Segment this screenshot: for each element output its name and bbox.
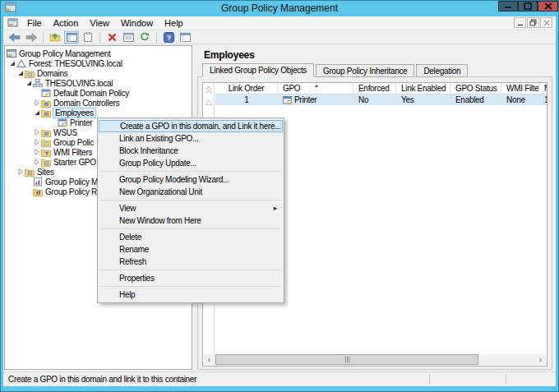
mdi-restore-button[interactable] <box>527 17 539 28</box>
submenu-arrow-icon: ▸ <box>274 202 277 214</box>
delete-x-icon[interactable] <box>104 31 119 44</box>
expander-collapsed-icon[interactable] <box>33 99 41 106</box>
menu-view[interactable]: View <box>84 16 115 30</box>
tree-item-default-domain-policy[interactable]: Default Domain Policy <box>5 88 192 98</box>
tab-linked-group-policy-objects[interactable]: Linked Group Policy Objects <box>202 63 314 77</box>
column-gpo-status[interactable]: GPO Status <box>450 83 501 94</box>
tree-item-label: THESOLVING.local <box>45 79 113 88</box>
tree-item-thesolving-domain[interactable]: THESOLVING.local <box>5 78 192 88</box>
tree-item-label: Domains <box>37 69 67 78</box>
cell-modified: 17. <box>539 95 547 105</box>
status-text: Create a GPO in this domain and link it … <box>8 372 196 386</box>
menu-delete[interactable]: Delete <box>99 231 283 243</box>
expander-expanded-icon[interactable] <box>8 60 16 67</box>
properties-window-icon[interactable] <box>121 31 136 44</box>
cell-link-order: 1 <box>215 95 278 105</box>
menu-new-window-from-here[interactable]: New Window from Here <box>99 214 283 227</box>
back-arrow-icon[interactable] <box>7 31 22 44</box>
menu-group-policy-update[interactable]: Group Policy Update... <box>99 157 283 169</box>
gpo-table-row-printer[interactable]: 1 Printer No Yes Enabled None 17. <box>215 95 547 105</box>
menu-rename[interactable]: Rename <box>99 243 283 256</box>
menu-new-organizational-unit[interactable]: New Organizational Unit <box>99 186 283 198</box>
tree-item-domains[interactable]: Domains <box>5 68 192 78</box>
menu-help[interactable]: Help <box>99 288 283 301</box>
folder-up-icon[interactable] <box>48 31 62 44</box>
statusbar-divider <box>506 374 506 385</box>
refresh-icon[interactable] <box>137 31 152 44</box>
horizontal-scrollbar[interactable]: ‹ › <box>204 354 546 365</box>
tab-strip: Linked Group Policy Objects Group Policy… <box>202 63 469 77</box>
tree-item-label: Domain Controllers <box>53 99 119 108</box>
clipboard-icon[interactable] <box>81 31 95 44</box>
column-modified[interactable]: Mo <box>539 83 547 94</box>
menu-link-existing-gpo[interactable]: Link an Existing GPO... <box>99 132 283 145</box>
mdi-close-button[interactable] <box>540 17 552 28</box>
expander-collapsed-icon[interactable] <box>33 149 41 155</box>
forward-arrow-icon[interactable] <box>24 31 39 44</box>
tree-item-group-policy-management[interactable]: Group Policy Management <box>5 48 192 58</box>
menu-file[interactable]: File <box>21 16 48 30</box>
tree-item-domain-controllers[interactable]: Domain Controllers <box>5 98 192 108</box>
help-icon[interactable]: ? <box>161 31 176 44</box>
tree-item-label: WMI Filters <box>53 148 92 157</box>
tree-item-employees[interactable]: Employees <box>5 108 192 118</box>
move-to-top-button[interactable] <box>204 85 214 95</box>
tree-item-forest[interactable]: Forest: THESOLVING.local <box>5 58 192 68</box>
minimize-button[interactable] <box>498 1 518 12</box>
toolbar-separator <box>43 32 44 43</box>
cell-enforced: No <box>353 95 396 105</box>
console-icon <box>7 49 17 58</box>
menu-create-gpo-and-link[interactable]: Create a GPO in this domain, and Link it… <box>99 120 283 132</box>
console-window-icon[interactable] <box>178 31 192 44</box>
ou-folder-icon <box>41 128 52 137</box>
column-enforced[interactable]: Enforced <box>353 83 396 94</box>
statusbar-divider <box>429 374 430 385</box>
scroll-left-icon[interactable]: ‹ <box>204 354 215 365</box>
app-icon <box>5 2 16 15</box>
show-console-tree-icon[interactable] <box>64 31 79 44</box>
scrollbar-thumb[interactable] <box>215 354 478 365</box>
menu-group-policy-modeling-wizard[interactable]: Group Policy Modeling Wizard... <box>99 173 283 186</box>
expander-expanded-icon[interactable] <box>16 70 25 76</box>
tab-group-policy-inheritance[interactable]: Group Policy Inheritance <box>316 64 414 77</box>
move-up-button[interactable] <box>204 97 214 108</box>
scroll-right-icon[interactable]: › <box>535 354 546 365</box>
starter-folder-icon <box>41 158 52 167</box>
titlebar[interactable]: Group Policy Management <box>0 0 559 16</box>
expander-expanded-icon[interactable] <box>33 109 41 116</box>
tree-item-label: Sites <box>37 168 54 177</box>
mdi-minimize-button[interactable] <box>514 17 526 28</box>
sort-ascending-icon: ▲ <box>314 83 319 88</box>
ou-folder-icon <box>41 108 52 118</box>
tree-item-label: Forest: THESOLVING.local <box>29 59 122 68</box>
menu-properties[interactable]: Properties <box>99 272 283 284</box>
mdi-window-controls <box>514 17 552 28</box>
context-menu: Create a GPO in this domain, and Link it… <box>97 118 284 303</box>
menu-window[interactable]: Window <box>115 16 159 30</box>
tree-item-label: Printer <box>70 118 92 127</box>
menu-separator <box>99 171 282 172</box>
tab-delegation[interactable]: Delegation <box>416 64 468 77</box>
expander-collapsed-icon[interactable] <box>33 159 41 165</box>
menu-block-inheritance[interactable]: Block Inheritance <box>99 145 283 157</box>
menu-refresh[interactable]: Refresh <box>99 256 283 268</box>
folder-icon <box>41 138 52 147</box>
column-wmi-filter[interactable]: WMI Filter <box>501 83 539 94</box>
tree-item-label: Default Domain Policy <box>53 89 129 98</box>
column-link-enabled[interactable]: Link Enabled <box>396 83 450 94</box>
cell-link-enabled: Yes <box>396 95 450 105</box>
expander-expanded-icon[interactable] <box>25 80 33 86</box>
expander-collapsed-icon[interactable] <box>33 129 41 136</box>
menu-view[interactable]: View ▸ <box>99 202 283 214</box>
window-title: Group Policy Management <box>0 0 559 16</box>
cell-gpo-status: Enabled <box>450 95 501 105</box>
column-link-order[interactable]: Link Order <box>215 83 278 94</box>
tree-item-label: Group Polic <box>53 138 94 147</box>
menu-help[interactable]: Help <box>159 16 189 30</box>
menu-action[interactable]: Action <box>48 16 85 30</box>
close-button[interactable] <box>538 1 558 12</box>
expander-collapsed-icon[interactable] <box>33 139 41 145</box>
maximize-button[interactable] <box>518 1 538 12</box>
modeling-icon <box>33 178 44 187</box>
expander-collapsed-icon[interactable] <box>16 168 25 175</box>
